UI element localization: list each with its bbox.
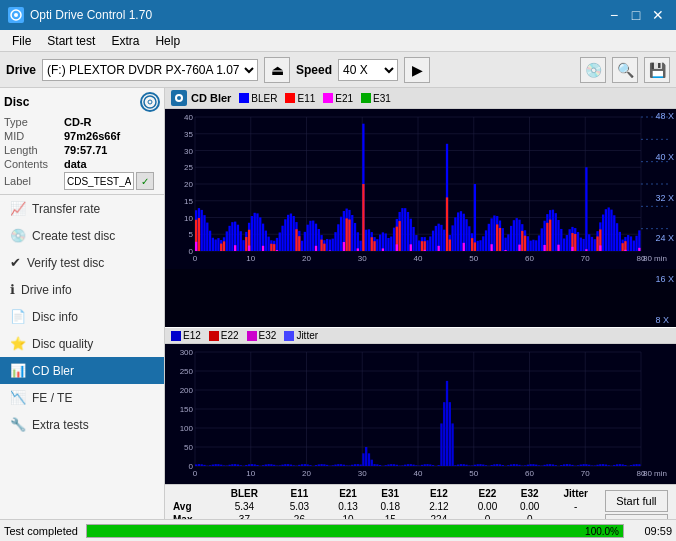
menu-help[interactable]: Help <box>147 32 188 50</box>
progress-container: 100.0% <box>86 524 624 538</box>
speed-select[interactable]: 40 X <box>338 59 398 81</box>
verify-test-disc-label: Verify test disc <box>27 256 104 270</box>
contents-value: data <box>64 158 160 170</box>
stats-table-row: Avg5.345.030.130.182.120.000.00- <box>169 500 601 513</box>
stats-col-e11: E11 <box>272 487 327 500</box>
menubar: File Start test Extra Help <box>0 30 676 52</box>
status-text: Test completed <box>4 525 78 537</box>
time-label: 09:59 <box>632 525 672 537</box>
svg-point-1 <box>14 13 18 17</box>
app-title: Opti Drive Control 1.70 <box>30 8 604 22</box>
chart2-canvas <box>165 344 676 484</box>
legend-bler: BLER <box>239 93 277 104</box>
disc-info-icon: 📄 <box>10 309 26 324</box>
drive-select[interactable]: (F:) PLEXTOR DVDR PX-760A 1.07 <box>42 59 258 81</box>
menu-starttest[interactable]: Start test <box>39 32 103 50</box>
verify-test-disc-icon: ✔ <box>10 255 21 270</box>
svg-point-2 <box>144 96 156 108</box>
speed-axis-1: 48 X 40 X 32 X 24 X 16 X 8 X <box>655 109 674 327</box>
svg-point-3 <box>148 100 152 104</box>
stats-col-e12: E12 <box>411 487 466 500</box>
stats-col-bler: BLER <box>217 487 272 500</box>
legend2-e12: E12 <box>171 330 201 341</box>
stats-col-e22: E22 <box>466 487 508 500</box>
stats-row-label: Avg <box>169 500 217 513</box>
cd-bler-label: CD Bler <box>32 364 74 378</box>
toolbar: Drive (F:) PLEXTOR DVDR PX-760A 1.07 ⏏ S… <box>0 52 676 88</box>
disc-contents-row: Contents data <box>4 158 160 170</box>
info-button[interactable]: 🔍 <box>612 57 638 83</box>
drive-info-icon: ℹ <box>10 282 15 297</box>
sidebar-item-create-test-disc[interactable]: 💿 Create test disc <box>0 222 164 249</box>
progress-bar <box>87 525 623 537</box>
sidebar-item-disc-quality[interactable]: ⭐ Disc quality <box>0 330 164 357</box>
disc-mid-row: MID 97m26s66f <box>4 130 160 142</box>
label-apply-button[interactable]: ✓ <box>136 172 154 190</box>
maximize-button[interactable]: □ <box>626 5 646 25</box>
drive-label: Drive <box>6 63 36 77</box>
stats-cell: 2.12 <box>411 500 466 513</box>
contents-label: Contents <box>4 158 64 170</box>
legend-e31: E31 <box>361 93 391 104</box>
disc-header: Disc <box>4 92 160 112</box>
close-button[interactable]: ✕ <box>648 5 668 25</box>
stats-cell: 0.18 <box>369 500 411 513</box>
stats-cell: 0.13 <box>327 500 369 513</box>
disc-quality-label: Disc quality <box>32 337 93 351</box>
length-label: Length <box>4 144 64 156</box>
mid-value: 97m26s66f <box>64 130 160 142</box>
stats-col-e32: E32 <box>509 487 551 500</box>
stats-cell: 0.00 <box>466 500 508 513</box>
create-test-disc-label: Create test disc <box>32 229 115 243</box>
mid-label: MID <box>4 130 64 142</box>
disc-info-label: Disc info <box>32 310 78 324</box>
sidebar-item-drive-info[interactable]: ℹ Drive info <box>0 276 164 303</box>
stats-cell: 0.00 <box>509 500 551 513</box>
transfer-rate-label: Transfer rate <box>32 202 100 216</box>
legend2-jitter: Jitter <box>284 330 318 341</box>
sidebar-item-verify-test-disc[interactable]: ✔ Verify test disc <box>0 249 164 276</box>
transfer-rate-icon: 📈 <box>10 201 26 216</box>
label-input[interactable] <box>64 172 134 190</box>
sidebar-item-extra-tests[interactable]: 🔧 Extra tests <box>0 411 164 438</box>
type-value: CD-R <box>64 116 160 128</box>
eject-button[interactable]: ⏏ <box>264 57 290 83</box>
chart1-label: CD Bler <box>191 92 231 104</box>
save-button[interactable]: 💾 <box>644 57 670 83</box>
minimize-button[interactable]: − <box>604 5 624 25</box>
disc-title: Disc <box>4 95 29 109</box>
stats-cell: 5.34 <box>217 500 272 513</box>
nav-list: 📈 Transfer rate 💿 Create test disc ✔ Ver… <box>0 195 164 438</box>
start-full-button[interactable]: Start full <box>605 490 668 512</box>
extra-tests-icon: 🔧 <box>10 417 26 432</box>
menu-extra[interactable]: Extra <box>103 32 147 50</box>
chart1-icon <box>171 90 187 106</box>
progress-label: 100.0% <box>585 526 619 537</box>
stats-col-e21: E21 <box>327 487 369 500</box>
sidebar-item-disc-info[interactable]: 📄 Disc info <box>0 303 164 330</box>
stats-cell: 5.03 <box>272 500 327 513</box>
play-button[interactable]: ▶ <box>404 57 430 83</box>
menu-file[interactable]: File <box>4 32 39 50</box>
legend-e21: E21 <box>323 93 353 104</box>
statusbar: Test completed 100.0% 09:59 <box>0 519 676 541</box>
disc-length-row: Length 79:57.71 <box>4 144 160 156</box>
sidebar-item-transfer-rate[interactable]: 📈 Transfer rate <box>0 195 164 222</box>
sidebar: Disc Type CD-R MID 97m26s66f Length 79:5… <box>0 88 165 541</box>
stats-col-jitter: Jitter <box>551 487 601 500</box>
disc-type-row: Type CD-R <box>4 116 160 128</box>
type-label: Type <box>4 116 64 128</box>
window-controls: − □ ✕ <box>604 5 668 25</box>
stats-cell: - <box>551 500 601 513</box>
legend2-e32: E32 <box>247 330 277 341</box>
titlebar: Opti Drive Control 1.70 − □ ✕ <box>0 0 676 30</box>
stats-col-e31: E31 <box>369 487 411 500</box>
length-value: 79:57.71 <box>64 144 160 156</box>
disc-button[interactable]: 💿 <box>580 57 606 83</box>
sidebar-item-cd-bler[interactable]: 📊 CD Bler <box>0 357 164 384</box>
sidebar-item-fe-te[interactable]: 📉 FE / TE <box>0 384 164 411</box>
chart1-container: 48 X 40 X 32 X 24 X 16 X 8 X <box>165 109 676 327</box>
chart1-title: CD Bler BLER E11 E21 E31 <box>165 88 676 109</box>
disc-label-row: Label ✓ <box>4 172 160 190</box>
drive-info-label: Drive info <box>21 283 72 297</box>
